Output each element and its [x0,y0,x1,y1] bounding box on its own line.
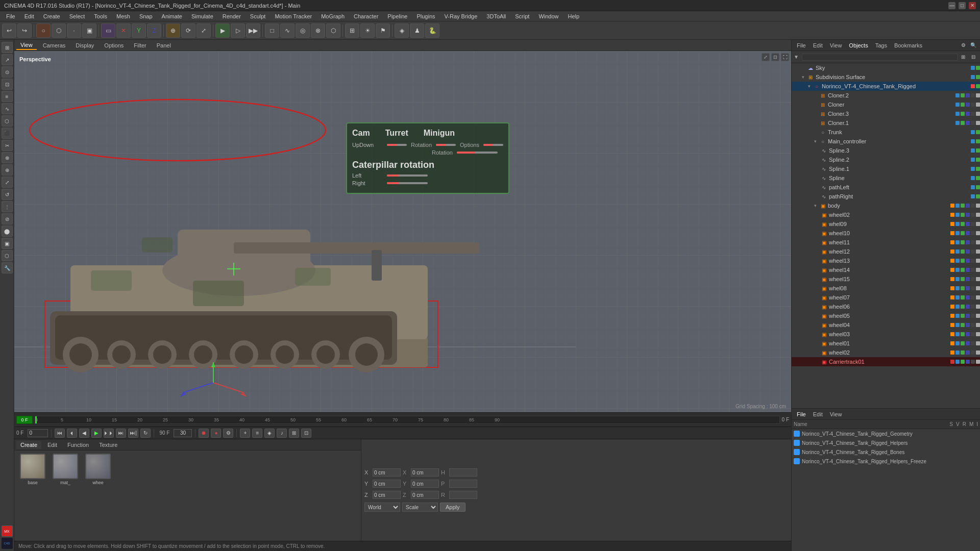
tree-item-main-controller[interactable]: ▾ ○ Main_controller [792,137,980,146]
left-tool-4[interactable]: ⊡ [2,79,13,90]
play-reverse-button[interactable]: ◀ [79,429,89,438]
left-tool-18[interactable]: ⬡ [2,250,13,261]
rotate-button[interactable]: ⟳ [181,23,195,38]
goto-end-button[interactable]: ⏭| [128,429,138,438]
ann-right-slider[interactable] [387,182,428,184]
left-tool-1[interactable]: ⊞ [2,42,13,53]
menu-item-snap[interactable]: Snap [135,12,157,20]
br-item-helpers-freeze[interactable]: Norinco_VT-4_Chinese_Tank_Rigged_Helpers… [792,457,980,466]
coord-r-input[interactable] [449,491,477,499]
motion-clip-button[interactable]: ◈ [264,429,275,438]
scene-btn[interactable]: ⊞ [289,429,299,438]
redo-button[interactable]: ↪ [17,23,32,38]
left-tool-3[interactable]: ⊙ [2,66,13,78]
primitives-button[interactable]: □ [265,23,279,38]
br-item-bones[interactable]: Norinco_VT-4_Chinese_Tank_Rigged_Bones [792,447,980,457]
scene-settings-btn[interactable]: ⚙ [959,41,968,50]
left-tool-13[interactable]: ↺ [2,189,13,200]
vp-fullscreen-icon[interactable]: ⛶ [781,53,789,61]
menu-item-pipeline[interactable]: Pipeline [383,12,411,20]
left-tool-9[interactable]: ✂ [2,140,13,151]
timeline-bar[interactable]: 0 5 10 15 20 25 30 35 40 45 50 55 60 65 … [35,416,780,424]
br-item-geometry[interactable]: Norinco_VT-4_Chinese_Tank_Rigged_Geometr… [792,429,980,438]
coord-y2-input[interactable] [411,480,439,488]
left-tool-8[interactable]: ⬛ [2,128,13,139]
tab-options[interactable]: Options [100,41,128,49]
br-tab-view[interactable]: View [827,410,845,418]
scale-button[interactable]: ⤢ [197,23,211,38]
br-tab-edit[interactable]: Edit [810,410,826,418]
scene-expand-btn[interactable]: ⊞ [959,53,968,62]
tree-item-spline1[interactable]: ∿ Spline.1 [792,164,980,173]
scene-tab-bookmarks[interactable]: Bookmarks [891,41,925,49]
br-tab-file[interactable]: File [794,410,809,418]
coord-y-input[interactable] [373,480,401,488]
tree-item-wheel01[interactable]: ▣wheel01 [792,339,980,348]
tree-item-wheel13[interactable]: ▣wheel13 [792,256,980,265]
scene-tab-objects[interactable]: Objects [846,41,871,49]
scene-tab-edit[interactable]: Edit [810,41,826,49]
coord-scale-dropdown[interactable]: Scale Size [402,503,438,512]
fps-field[interactable] [174,429,192,437]
mat-tab-texture[interactable]: Texture [95,441,121,449]
menu-item-tools[interactable]: Tools [90,12,111,20]
tree-item-wheel04[interactable]: ▣wheel04 [792,320,980,330]
tree-item-spline2[interactable]: ∿ Spline.2 [792,155,980,164]
left-tool-5[interactable]: ≡ [2,91,13,102]
tree-item-spline3[interactable]: ∿ Spline.3 [792,146,980,155]
undo-button[interactable]: ↩ [2,23,16,38]
tree-item-trunk[interactable]: ○ Trunk [792,128,980,137]
tree-item-sky[interactable]: ☁ Sky [792,63,980,72]
vp-expand-icon[interactable]: ⤢ [762,53,770,61]
deformers-button[interactable]: ⊗ [311,23,325,38]
ann-updown-slider[interactable] [387,144,407,146]
material-item-mat[interactable]: mat_ [50,454,81,485]
scene-search-btn[interactable]: 🔍 [969,41,978,50]
splines-button[interactable]: ∿ [280,23,295,38]
tree-item-wheel07[interactable]: ▣wheel07 [792,293,980,302]
ann-left-slider[interactable] [387,174,428,177]
mode-poly-button[interactable]: ▣ [82,23,96,38]
tree-item-wheel02b[interactable]: ▣wheel02 [792,348,980,357]
tab-view[interactable]: View [16,41,37,50]
tree-item-carriertrack[interactable]: ▣ Carriertrack01 [792,357,980,366]
ann-options-slider[interactable] [483,144,503,146]
close-button[interactable]: ✕ [969,2,976,9]
coord-world-dropdown[interactable]: World Object [364,503,400,512]
tree-item-cloner3[interactable]: ⊞ Cloner.3 [792,109,980,118]
minimize-button[interactable]: — [948,2,955,9]
coord-x-input[interactable] [373,468,401,477]
camera-button[interactable]: ⊞ [345,23,359,38]
left-tool-14[interactable]: ⋮ [2,201,13,212]
tree-item-wheel02a[interactable]: ▣ wheel02 [792,210,980,219]
mat-tab-function[interactable]: Function [63,441,93,449]
coord-x2-input[interactable] [411,468,439,477]
mode-object-button[interactable]: ○ [36,23,51,38]
tree-item-wheel11[interactable]: ▣ wheel11 [792,238,980,247]
left-tool-10[interactable]: ⊗ [2,152,13,163]
select-rect-button[interactable]: ▭ [101,23,115,38]
tag-button[interactable]: ⚑ [376,23,390,38]
tree-item-wheel12[interactable]: ▣ wheel12 [792,247,980,256]
menu-item-help[interactable]: Help [564,12,584,20]
menu-item-select[interactable]: Select [65,12,89,20]
tab-panel[interactable]: Panel [153,41,175,49]
coord-z2-input[interactable] [411,491,439,499]
menu-item-create[interactable]: Create [39,12,64,20]
select-z-button[interactable]: Z [147,23,161,38]
ann-rotation3-slider[interactable] [457,152,498,154]
material-item-wheel[interactable]: whee [83,454,113,485]
mat-tab-create[interactable]: Create [16,441,41,449]
tree-item-wheel03[interactable]: ▣wheel03 [792,330,980,339]
prev-frame-button[interactable]: ⏴ [67,429,77,438]
record-button[interactable]: ● [211,429,221,438]
render-button[interactable]: ▶ [215,23,230,38]
tab-filter[interactable]: Filter [130,41,150,49]
br-item-helpers[interactable]: Norinco_VT-4_Chinese_Tank_Rigged_Helpers [792,438,980,447]
menu-item-mograph[interactable]: MoGraph [317,12,349,20]
menu-item-sculpt[interactable]: Sculpt [246,12,270,20]
tree-item-pathright[interactable]: ∿ pathRight [792,192,980,201]
menu-item-file[interactable]: File [2,12,19,20]
coord-h-input[interactable] [449,468,477,477]
left-tool-11[interactable]: ⊕ [2,164,13,176]
